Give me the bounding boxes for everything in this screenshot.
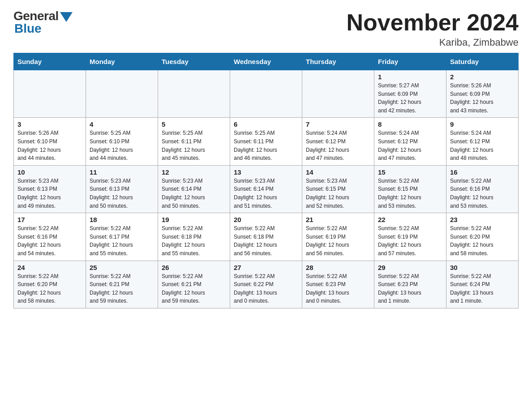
weekday-header-sunday: Sunday	[14, 53, 86, 70]
day-number: 20	[234, 216, 298, 223]
day-info: Sunrise: 5:22 AMSunset: 6:19 PMDaylight:…	[306, 224, 370, 257]
calendar-cell	[302, 70, 374, 118]
day-number: 3	[17, 120, 82, 128]
calendar-cell	[230, 70, 302, 118]
day-info: Sunrise: 5:22 AMSunset: 6:21 PMDaylight:…	[162, 272, 226, 305]
day-info: Sunrise: 5:23 AMSunset: 6:13 PMDaylight:…	[90, 177, 154, 210]
day-info: Sunrise: 5:22 AMSunset: 6:17 PMDaylight:…	[90, 224, 154, 257]
calendar-table: SundayMondayTuesdayWednesdayThursdayFrid…	[13, 53, 519, 308]
day-info: Sunrise: 5:25 AMSunset: 6:11 PMDaylight:…	[162, 129, 226, 162]
day-number: 4	[90, 120, 154, 128]
month-title: November 2024	[347, 9, 519, 36]
day-info: Sunrise: 5:22 AMSunset: 6:20 PMDaylight:…	[17, 272, 82, 305]
day-info: Sunrise: 5:24 AMSunset: 6:12 PMDaylight:…	[378, 129, 442, 162]
day-info: Sunrise: 5:22 AMSunset: 6:21 PMDaylight:…	[90, 272, 154, 305]
calendar-cell: 20Sunrise: 5:22 AMSunset: 6:18 PMDayligh…	[230, 213, 302, 261]
day-number: 28	[306, 264, 370, 271]
weekday-header-monday: Monday	[86, 53, 158, 70]
week-row-3: 10Sunrise: 5:23 AMSunset: 6:13 PMDayligh…	[14, 165, 519, 213]
day-number: 14	[306, 168, 370, 176]
day-info: Sunrise: 5:22 AMSunset: 6:18 PMDaylight:…	[234, 224, 298, 257]
day-info: Sunrise: 5:23 AMSunset: 6:14 PMDaylight:…	[234, 177, 298, 210]
day-number: 9	[450, 120, 515, 128]
day-info: Sunrise: 5:24 AMSunset: 6:12 PMDaylight:…	[306, 129, 370, 162]
logo-blue-text: Blue	[14, 21, 42, 36]
calendar-cell: 26Sunrise: 5:22 AMSunset: 6:21 PMDayligh…	[158, 261, 230, 308]
calendar-cell: 17Sunrise: 5:22 AMSunset: 6:16 PMDayligh…	[14, 213, 86, 261]
calendar-cell: 9Sunrise: 5:24 AMSunset: 6:12 PMDaylight…	[446, 118, 519, 165]
day-number: 10	[17, 168, 82, 176]
day-number: 5	[162, 120, 226, 128]
weekday-header-tuesday: Tuesday	[158, 53, 230, 70]
day-number: 23	[450, 216, 515, 223]
calendar-cell: 21Sunrise: 5:22 AMSunset: 6:19 PMDayligh…	[302, 213, 374, 261]
calendar-cell	[158, 70, 230, 118]
calendar-cell: 29Sunrise: 5:22 AMSunset: 6:23 PMDayligh…	[374, 261, 446, 308]
weekday-header-thursday: Thursday	[302, 53, 374, 70]
week-row-4: 17Sunrise: 5:22 AMSunset: 6:16 PMDayligh…	[14, 213, 519, 261]
calendar-cell: 25Sunrise: 5:22 AMSunset: 6:21 PMDayligh…	[86, 261, 158, 308]
calendar-cell: 5Sunrise: 5:25 AMSunset: 6:11 PMDaylight…	[158, 118, 230, 165]
day-info: Sunrise: 5:26 AMSunset: 6:09 PMDaylight:…	[450, 81, 515, 115]
day-info: Sunrise: 5:22 AMSunset: 6:18 PMDaylight:…	[162, 224, 226, 257]
calendar-cell: 13Sunrise: 5:23 AMSunset: 6:14 PMDayligh…	[230, 165, 302, 213]
day-number: 19	[162, 216, 226, 223]
day-info: Sunrise: 5:22 AMSunset: 6:16 PMDaylight:…	[450, 177, 515, 210]
day-number: 17	[17, 216, 82, 223]
calendar-cell: 7Sunrise: 5:24 AMSunset: 6:12 PMDaylight…	[302, 118, 374, 165]
calendar-cell: 27Sunrise: 5:22 AMSunset: 6:22 PMDayligh…	[230, 261, 302, 308]
calendar-cell	[14, 70, 86, 118]
day-info: Sunrise: 5:22 AMSunset: 6:22 PMDaylight:…	[234, 272, 298, 305]
weekday-header-row: SundayMondayTuesdayWednesdayThursdayFrid…	[14, 53, 519, 70]
day-info: Sunrise: 5:24 AMSunset: 6:12 PMDaylight:…	[450, 129, 515, 162]
calendar-cell: 12Sunrise: 5:23 AMSunset: 6:14 PMDayligh…	[158, 165, 230, 213]
day-number: 13	[234, 168, 298, 176]
weekday-header-friday: Friday	[374, 53, 446, 70]
day-number: 18	[90, 216, 154, 223]
calendar-cell: 24Sunrise: 5:22 AMSunset: 6:20 PMDayligh…	[14, 261, 86, 308]
calendar-cell: 2Sunrise: 5:26 AMSunset: 6:09 PMDaylight…	[446, 70, 519, 118]
day-number: 11	[90, 168, 154, 176]
page-header: General Blue November 2024 Kariba, Zimba…	[13, 9, 519, 48]
day-number: 8	[378, 120, 442, 128]
calendar-cell: 18Sunrise: 5:22 AMSunset: 6:17 PMDayligh…	[86, 213, 158, 261]
day-info: Sunrise: 5:25 AMSunset: 6:10 PMDaylight:…	[90, 129, 154, 162]
day-number: 15	[378, 168, 442, 176]
calendar-cell: 19Sunrise: 5:22 AMSunset: 6:18 PMDayligh…	[158, 213, 230, 261]
day-info: Sunrise: 5:22 AMSunset: 6:19 PMDaylight:…	[378, 224, 442, 257]
day-info: Sunrise: 5:26 AMSunset: 6:10 PMDaylight:…	[17, 129, 82, 162]
day-info: Sunrise: 5:22 AMSunset: 6:16 PMDaylight:…	[17, 224, 82, 257]
calendar-cell: 30Sunrise: 5:22 AMSunset: 6:24 PMDayligh…	[446, 261, 519, 308]
day-number: 27	[234, 264, 298, 271]
day-info: Sunrise: 5:23 AMSunset: 6:15 PMDaylight:…	[306, 177, 370, 210]
day-info: Sunrise: 5:22 AMSunset: 6:20 PMDaylight:…	[450, 224, 515, 257]
day-info: Sunrise: 5:22 AMSunset: 6:15 PMDaylight:…	[378, 177, 442, 210]
logo-triangle-icon	[60, 12, 73, 22]
day-info: Sunrise: 5:22 AMSunset: 6:23 PMDaylight:…	[378, 272, 442, 305]
day-number: 2	[450, 73, 515, 81]
calendar-cell: 10Sunrise: 5:23 AMSunset: 6:13 PMDayligh…	[14, 165, 86, 213]
weekday-header-saturday: Saturday	[446, 53, 519, 70]
day-info: Sunrise: 5:25 AMSunset: 6:11 PMDaylight:…	[234, 129, 298, 162]
day-info: Sunrise: 5:23 AMSunset: 6:13 PMDaylight:…	[17, 177, 82, 210]
calendar-cell: 1Sunrise: 5:27 AMSunset: 6:09 PMDaylight…	[374, 70, 446, 118]
day-number: 6	[234, 120, 298, 128]
calendar-cell: 11Sunrise: 5:23 AMSunset: 6:13 PMDayligh…	[86, 165, 158, 213]
calendar-cell: 6Sunrise: 5:25 AMSunset: 6:11 PMDaylight…	[230, 118, 302, 165]
day-number: 12	[162, 168, 226, 176]
day-number: 21	[306, 216, 370, 223]
week-row-2: 3Sunrise: 5:26 AMSunset: 6:10 PMDaylight…	[14, 118, 519, 165]
weekday-header-wednesday: Wednesday	[230, 53, 302, 70]
day-info: Sunrise: 5:22 AMSunset: 6:23 PMDaylight:…	[306, 272, 370, 305]
calendar-cell: 16Sunrise: 5:22 AMSunset: 6:16 PMDayligh…	[446, 165, 519, 213]
calendar-cell: 8Sunrise: 5:24 AMSunset: 6:12 PMDaylight…	[374, 118, 446, 165]
calendar-cell: 15Sunrise: 5:22 AMSunset: 6:15 PMDayligh…	[374, 165, 446, 213]
day-number: 26	[162, 264, 226, 271]
calendar-cell: 28Sunrise: 5:22 AMSunset: 6:23 PMDayligh…	[302, 261, 374, 308]
calendar-cell: 3Sunrise: 5:26 AMSunset: 6:10 PMDaylight…	[14, 118, 86, 165]
location: Kariba, Zimbabwe	[347, 37, 519, 48]
day-number: 24	[17, 264, 82, 271]
day-number: 22	[378, 216, 442, 223]
day-info: Sunrise: 5:22 AMSunset: 6:24 PMDaylight:…	[450, 272, 515, 305]
week-row-1: 1Sunrise: 5:27 AMSunset: 6:09 PMDaylight…	[14, 70, 519, 118]
